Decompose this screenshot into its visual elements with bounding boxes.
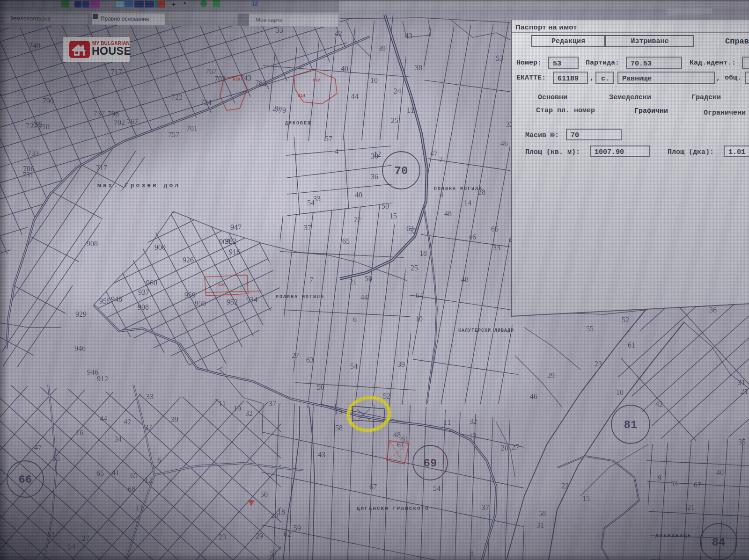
- svg-text:32: 32: [245, 409, 253, 417]
- svg-text:702: 702: [114, 118, 125, 126]
- svg-text:34: 34: [114, 435, 122, 443]
- svg-text:64: 64: [416, 291, 423, 299]
- svg-text:42: 42: [655, 400, 663, 408]
- svg-text:959: 959: [184, 291, 196, 299]
- svg-text:54: 54: [350, 362, 358, 370]
- svg-text:948: 948: [111, 295, 122, 303]
- svg-text:21: 21: [687, 503, 695, 511]
- svg-text:37: 37: [482, 503, 489, 511]
- svg-text:65: 65: [130, 472, 138, 480]
- svg-text:30: 30: [371, 152, 378, 160]
- svg-text:955: 955: [99, 297, 110, 305]
- svg-text:757: 757: [168, 131, 179, 138]
- svg-text:63: 63: [47, 531, 55, 538]
- svg-text:717: 717: [111, 68, 122, 76]
- svg-text:916: 916: [229, 248, 240, 256]
- svg-text:43: 43: [405, 32, 412, 40]
- svg-text:737: 737: [94, 109, 105, 117]
- svg-text:38: 38: [415, 64, 422, 72]
- svg-text:748: 748: [29, 42, 40, 50]
- svg-text:934: 934: [246, 296, 257, 304]
- svg-text:81: 81: [624, 419, 638, 431]
- svg-text:61: 61: [628, 341, 635, 349]
- svg-text:27: 27: [82, 534, 89, 542]
- svg-text:48: 48: [461, 276, 469, 284]
- svg-text:25: 25: [411, 264, 418, 272]
- svg-text:58: 58: [538, 509, 546, 517]
- svg-text:мах. Грозев дол: мах. Грозев дол: [97, 182, 180, 189]
- svg-text:14: 14: [464, 199, 471, 207]
- svg-text:36: 36: [709, 306, 717, 314]
- svg-text:731: 731: [22, 171, 34, 179]
- svg-text:782: 782: [255, 79, 266, 87]
- svg-text:33: 33: [313, 195, 321, 203]
- svg-text:40: 40: [716, 468, 724, 476]
- svg-text:18: 18: [419, 249, 427, 257]
- svg-text:10: 10: [616, 388, 624, 396]
- svg-text:35: 35: [738, 438, 746, 446]
- svg-text:10: 10: [370, 76, 378, 84]
- svg-text:48: 48: [444, 210, 452, 218]
- svg-text:39: 39: [397, 360, 405, 368]
- svg-text:55: 55: [586, 325, 594, 333]
- svg-text:9: 9: [658, 474, 661, 482]
- svg-text:ДОБРИНИЩЕ: ДОБРИНИЩЕ: [655, 533, 691, 538]
- svg-text:37: 37: [269, 400, 276, 407]
- svg-text:42: 42: [335, 29, 342, 37]
- svg-text:18: 18: [278, 508, 285, 516]
- svg-text:53: 53: [496, 54, 503, 62]
- svg-text:47: 47: [34, 444, 42, 451]
- svg-text:65: 65: [96, 469, 104, 477]
- svg-text:767: 767: [206, 67, 217, 75]
- svg-text:908: 908: [87, 240, 98, 247]
- svg-text:6: 6: [157, 456, 161, 464]
- svg-text:6: 6: [353, 315, 357, 323]
- svg-text:ПОЛИНА МОГИЛА: ПОЛИНА МОГИЛА: [276, 294, 324, 299]
- svg-text:900: 900: [154, 243, 166, 251]
- svg-text:37: 37: [145, 423, 152, 431]
- svg-text:КАЛУГЕРСКИ ЛИВАДИ: КАЛУГЕРСКИ ЛИВАДИ: [458, 328, 514, 333]
- svg-text:733: 733: [28, 149, 39, 157]
- svg-text:33: 33: [276, 26, 283, 34]
- svg-text:66: 66: [19, 473, 32, 486]
- svg-text:50: 50: [260, 490, 268, 498]
- svg-text:20: 20: [501, 444, 508, 452]
- svg-text:912: 912: [97, 375, 108, 383]
- svg-text:50: 50: [365, 275, 372, 283]
- svg-text:68: 68: [128, 485, 135, 493]
- svg-text:65: 65: [342, 237, 350, 245]
- svg-text:929: 929: [75, 310, 87, 318]
- svg-text:41: 41: [112, 469, 119, 477]
- svg-text:795: 795: [31, 120, 43, 128]
- svg-text:52: 52: [622, 316, 629, 324]
- svg-text:952: 952: [227, 298, 238, 306]
- svg-text:23: 23: [219, 533, 226, 541]
- svg-text:50: 50: [317, 383, 324, 391]
- svg-text:40: 40: [341, 65, 348, 73]
- svg-text:914: 914: [298, 94, 306, 98]
- svg-text:929: 929: [218, 283, 226, 288]
- svg-text:42: 42: [124, 418, 131, 426]
- svg-text:960: 960: [146, 279, 157, 287]
- svg-text:32: 32: [470, 417, 477, 425]
- svg-text:39: 39: [171, 415, 178, 423]
- svg-text:69: 69: [424, 457, 437, 470]
- svg-text:65: 65: [491, 225, 499, 233]
- svg-text:908: 908: [138, 303, 149, 311]
- svg-text:11: 11: [407, 106, 414, 114]
- svg-text:11: 11: [219, 400, 226, 407]
- svg-text:912: 912: [313, 78, 320, 83]
- svg-text:790: 790: [43, 97, 54, 105]
- svg-text:46: 46: [530, 393, 537, 400]
- svg-text:47: 47: [430, 149, 438, 157]
- svg-text:23: 23: [595, 360, 602, 368]
- svg-text:44: 44: [351, 92, 359, 100]
- svg-text:22: 22: [561, 482, 569, 490]
- svg-text:40: 40: [355, 191, 362, 199]
- svg-text:19: 19: [234, 405, 241, 413]
- svg-text:4: 4: [335, 147, 338, 155]
- svg-text:46: 46: [500, 139, 508, 147]
- svg-text:29: 29: [547, 371, 555, 379]
- svg-text:928: 928: [233, 77, 240, 82]
- svg-text:959: 959: [195, 299, 206, 307]
